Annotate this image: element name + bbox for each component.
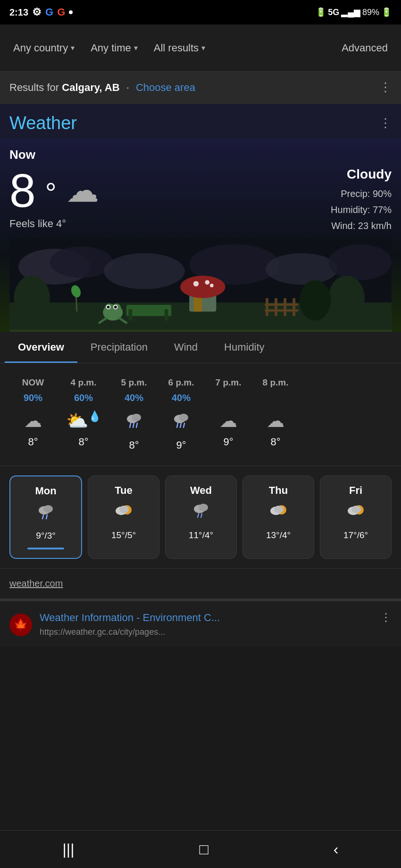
battery-percent: 89% (362, 8, 379, 17)
hour-now: NOW 90% ☁ 8° (9, 373, 57, 456)
humidity-detail: Humidity: 77% (331, 202, 392, 218)
tab-humidity[interactable]: Humidity (211, 332, 278, 363)
hour-4pm-temp: 8° (78, 436, 88, 448)
svg-line-51 (46, 515, 47, 519)
nav-home-icon: □ (199, 841, 208, 858)
day-mon[interactable]: Mon 9°/3° (9, 475, 82, 559)
precip-detail: Precip: 90% (331, 186, 392, 202)
svg-line-58 (201, 514, 202, 517)
svg-point-49 (43, 505, 53, 513)
svg-point-2 (50, 246, 113, 278)
nav-back-button[interactable]: ‹ (319, 836, 353, 863)
advanced-button[interactable]: Advanced (336, 38, 393, 58)
day-tue[interactable]: Tue 15°/5° (88, 475, 159, 559)
weather-menu-icon[interactable]: ⋮ (379, 116, 392, 131)
status-left: 2:13 ⚙ G G (9, 6, 73, 18)
svg-line-57 (198, 514, 199, 517)
weather-condition: Cloudy (331, 167, 392, 182)
svg-line-40 (130, 423, 131, 427)
svg-point-9 (329, 276, 365, 320)
svg-point-54 (119, 506, 129, 513)
day-fri[interactable]: Fri 17°/6° (320, 475, 392, 559)
svg-rect-34 (284, 298, 286, 316)
temp-section: 8 ° ☁ Feels like 4° (9, 167, 99, 237)
svg-line-47 (184, 423, 184, 427)
day-wed[interactable]: Wed 11°/4° (165, 475, 237, 559)
time-label: Any time (91, 42, 131, 54)
battery-icon: 🔋 (316, 7, 326, 17)
hour-8pm: 8 p.m. ☁ 8° (252, 373, 299, 456)
weather-header: Weather ⋮ (0, 104, 401, 138)
country-label: Any country (13, 42, 68, 54)
svg-line-45 (177, 423, 178, 427)
day-tue-icon (114, 501, 134, 525)
results-filter[interactable]: All results ▾ (148, 38, 211, 58)
svg-point-10 (300, 280, 331, 320)
svg-point-44 (179, 414, 188, 421)
daily-section: Mon 9°/3° Tue (0, 466, 401, 568)
svg-point-14 (180, 276, 225, 298)
country-chevron-icon: ▾ (71, 43, 75, 52)
svg-line-42 (136, 423, 137, 427)
day-thu[interactable]: Thu 13°/4° (242, 475, 314, 559)
cartoon-scene (9, 237, 392, 332)
svg-point-17 (210, 284, 214, 287)
status-icons: 🔋 5G ▂▄▆ 89% 🔋 (316, 7, 392, 17)
nav-bar: ||| □ ‹ (0, 830, 401, 868)
nav-back-icon: ‹ (334, 841, 339, 858)
day-thu-icon (268, 501, 288, 525)
day-mon-icon (36, 502, 56, 526)
day-wed-temp: 11°/4° (189, 530, 213, 540)
svg-point-6 (329, 244, 392, 280)
day-mon-label: Mon (35, 485, 56, 497)
choose-area-link[interactable]: Choose area (136, 82, 195, 93)
day-fri-icon (346, 501, 366, 525)
hour-now-temp: 8° (28, 436, 38, 448)
svg-point-64 (351, 506, 361, 513)
svg-point-56 (199, 504, 208, 511)
temp-row: 8 ° ☁ (9, 167, 99, 214)
country-filter[interactable]: Any country ▾ (8, 38, 80, 58)
location-menu-icon[interactable]: ⋮ (379, 80, 392, 95)
day-thu-label: Thu (269, 484, 288, 497)
status-bar: 2:13 ⚙ G G 🔋 5G ▂▄▆ 89% 🔋 (0, 0, 401, 25)
search-result-environment: 🍁 Weather Information - Environment C...… (0, 598, 401, 647)
results-chevron-icon: ▾ (201, 43, 205, 52)
hour-8pm-temp: 8° (270, 436, 280, 448)
tab-precipitation[interactable]: Precipitation (77, 332, 161, 363)
hour-4pm-icon: ⛅💧 (66, 410, 101, 431)
weather-tabs: Overview Precipitation Wind Humidity (0, 332, 401, 363)
svg-rect-32 (266, 298, 268, 316)
location-bar: Results for Calgary, AB · Choose area ⋮ (0, 72, 401, 104)
time-chevron-icon: ▾ (134, 43, 138, 52)
battery-visual: 🔋 (381, 7, 392, 17)
hour-6pm-icon (171, 410, 191, 434)
weather-com-link[interactable]: weather.com (9, 578, 63, 589)
hour-5pm-precip: 40% (125, 393, 143, 406)
tab-overview[interactable]: Overview (5, 332, 77, 363)
dot-indicator (69, 10, 73, 14)
chrome-icon: ⚙ (32, 6, 42, 18)
result-title[interactable]: Weather Information - Environment C... (40, 611, 373, 625)
hour-8pm-label: 8 p.m. (263, 377, 289, 388)
result-menu-icon[interactable]: ⋮ (380, 611, 392, 624)
hour-7pm-label: 7 p.m. (216, 377, 242, 388)
svg-line-41 (133, 423, 134, 427)
svg-point-5 (266, 253, 337, 285)
nav-recent-button[interactable]: ||| (49, 836, 89, 863)
svg-point-8 (14, 276, 50, 320)
time-filter[interactable]: Any time ▾ (85, 38, 143, 58)
location-info: Results for Calgary, AB · Choose area (9, 82, 195, 94)
feels-like: Feels like 4° (9, 218, 99, 230)
svg-line-46 (180, 423, 181, 427)
nav-home-button[interactable]: □ (185, 836, 222, 863)
hour-4pm-precip: 60% (74, 393, 93, 406)
google-g-icon: G (45, 6, 53, 18)
current-weather: Now 8 ° ☁ Feels like 4° Cloudy Precip: 9… (0, 138, 401, 332)
svg-point-3 (104, 253, 185, 289)
hour-6pm-temp: 9° (176, 439, 186, 451)
tab-wind[interactable]: Wind (161, 332, 211, 363)
svg-point-24 (114, 306, 117, 309)
degree-symbol: ° (45, 177, 57, 209)
advanced-label: Advanced (342, 42, 388, 54)
